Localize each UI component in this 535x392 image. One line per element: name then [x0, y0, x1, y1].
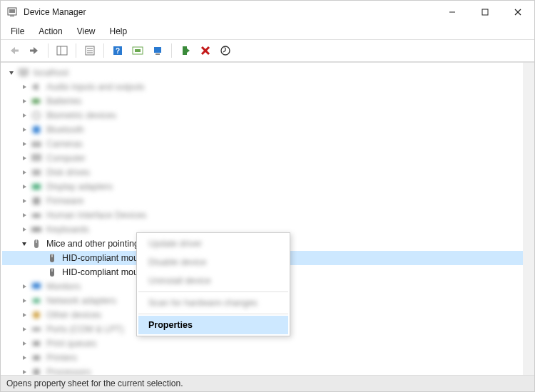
ctx-uninstall-device[interactable]: Uninstall device — [138, 272, 288, 290]
update-driver-button[interactable] — [148, 41, 167, 60]
properties-button[interactable] — [81, 41, 99, 60]
svg-rect-1 — [9, 9, 15, 13]
computer-icon — [18, 67, 29, 78]
uninstall-device-button[interactable] — [196, 41, 215, 60]
category-batteries[interactable]: Batteries — [2, 94, 523, 108]
window-title: Device Manager — [24, 7, 86, 17]
back-button[interactable] — [5, 41, 24, 60]
svg-rect-45 — [32, 283, 41, 289]
keyboard-icon — [31, 224, 42, 235]
scan-hardware-button[interactable] — [128, 41, 147, 60]
help-button[interactable]: ? — [108, 41, 127, 60]
category-computer[interactable]: Computer — [2, 151, 523, 165]
device-label: HID-compliant mouse — [62, 253, 148, 263]
category-biometric[interactable]: Biometric devices — [2, 108, 523, 123]
category-processors[interactable]: Processors — [2, 365, 523, 375]
svg-point-29 — [33, 112, 40, 119]
svg-rect-35 — [32, 184, 41, 190]
svg-rect-34 — [32, 170, 41, 175]
mouse-icon — [31, 238, 42, 249]
category-cameras[interactable]: Cameras — [2, 137, 523, 151]
svg-rect-4 — [482, 9, 488, 15]
display-adapter-icon — [31, 181, 42, 192]
svg-rect-25 — [19, 69, 28, 75]
disk-icon — [31, 167, 42, 178]
tree-root[interactable]: localhost — [2, 66, 523, 80]
svg-rect-7 — [14, 50, 19, 52]
battery-icon — [31, 96, 42, 107]
svg-rect-49 — [33, 341, 40, 346]
audio-icon — [31, 81, 42, 93]
hid-icon — [31, 210, 42, 221]
ctx-separator — [138, 314, 288, 314]
device-manager-window: Device Manager File Action View Help ? — [0, 0, 535, 392]
svg-rect-30 — [33, 126, 40, 133]
svg-rect-8 — [30, 50, 34, 52]
svg-rect-33 — [32, 155, 41, 160]
caret-down-icon[interactable] — [19, 239, 29, 249]
pc-icon — [31, 153, 42, 164]
statusbar: Opens property sheet for the current sel… — [1, 375, 534, 391]
svg-rect-26 — [21, 76, 26, 76]
category-printers[interactable]: Printers — [2, 351, 523, 365]
menu-help[interactable]: Help — [103, 25, 135, 38]
svg-rect-18 — [135, 49, 141, 52]
ctx-update-driver[interactable]: Update driver — [138, 234, 288, 253]
category-audio[interactable]: Audio inputs and outputs — [2, 80, 523, 94]
biometric-icon — [31, 110, 42, 121]
bluetooth-icon — [31, 124, 42, 135]
svg-rect-28 — [39, 100, 41, 102]
status-text: Opens property sheet for the current sel… — [6, 378, 183, 388]
toolbar: ? — [1, 39, 534, 62]
port-icon — [31, 324, 42, 335]
svg-rect-27 — [32, 99, 39, 103]
svg-text:?: ? — [116, 47, 120, 55]
svg-rect-9 — [57, 46, 67, 55]
ctx-separator — [138, 292, 288, 292]
svg-rect-37 — [32, 214, 41, 217]
other-icon — [31, 309, 42, 321]
print-queue-icon — [31, 338, 42, 349]
svg-rect-46 — [33, 299, 40, 303]
svg-rect-51 — [34, 369, 39, 375]
minimize-button[interactable] — [436, 1, 469, 24]
category-hid[interactable]: Human Interface Devices — [2, 208, 523, 222]
camera-icon — [31, 138, 42, 150]
category-firmware[interactable]: Firmware — [2, 194, 523, 208]
show-hide-tree-button[interactable] — [53, 41, 71, 60]
forward-button[interactable] — [25, 41, 44, 60]
device-label: HID-compliant mouse — [62, 267, 148, 277]
menubar: File Action View Help — [1, 24, 534, 39]
scan-button[interactable] — [216, 41, 235, 60]
vertical-scrollbar[interactable] — [523, 63, 534, 375]
monitor-icon — [31, 281, 42, 292]
context-menu: Update driver Disable device Uninstall d… — [136, 232, 290, 336]
svg-rect-20 — [156, 53, 160, 55]
ctx-disable-device[interactable]: Disable device — [138, 253, 288, 272]
menu-file[interactable]: File — [4, 25, 31, 38]
enable-device-button[interactable] — [176, 41, 195, 60]
titlebar: Device Manager — [1, 1, 534, 24]
menu-action[interactable]: Action — [31, 25, 69, 38]
device-manager-icon — [6, 6, 18, 18]
svg-rect-38 — [31, 227, 41, 232]
category-bluetooth[interactable]: Bluetooth — [2, 123, 523, 137]
svg-rect-50 — [33, 356, 40, 360]
printer-icon — [31, 352, 42, 363]
cpu-icon — [31, 366, 42, 375]
ctx-scan-hardware[interactable]: Scan for hardware changes — [138, 294, 288, 312]
mouse-icon — [46, 252, 58, 264]
category-display[interactable]: Display adapters — [2, 180, 523, 194]
network-icon — [31, 295, 42, 306]
category-disk[interactable]: Disk drives — [2, 165, 523, 180]
mouse-icon — [46, 267, 58, 278]
category-printq[interactable]: Print queues — [2, 336, 523, 351]
maximize-button[interactable] — [469, 1, 501, 24]
content-area: localhost Audio inputs and outputs Batte… — [1, 62, 534, 375]
close-button[interactable] — [501, 1, 534, 24]
svg-rect-21 — [183, 46, 187, 55]
ctx-properties[interactable]: Properties — [138, 316, 288, 334]
svg-rect-36 — [33, 197, 40, 205]
menu-view[interactable]: View — [70, 25, 103, 38]
firmware-icon — [31, 195, 42, 207]
